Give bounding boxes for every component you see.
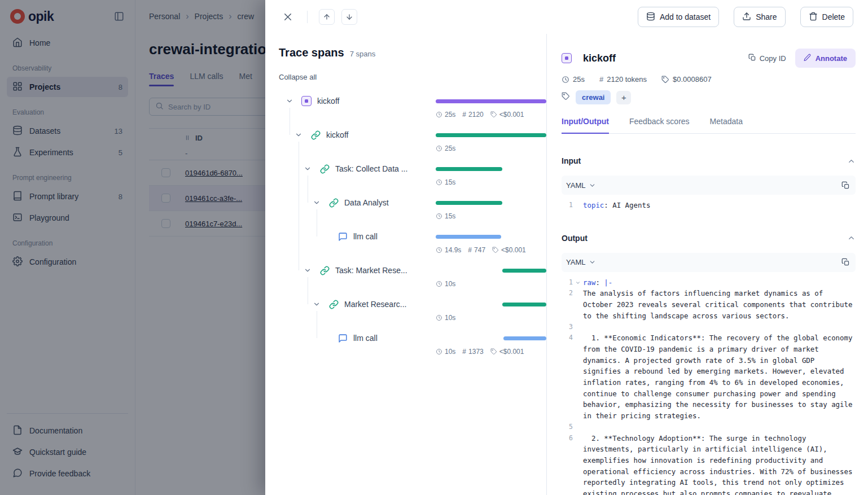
- tab-metadata[interactable]: Metadata: [710, 117, 743, 133]
- drawer-toolbar: Add to dataset Share Delete: [265, 0, 868, 34]
- code-line: 4 1. **Economic Indicators**: The recove…: [562, 332, 856, 422]
- add-to-dataset-button[interactable]: Add to dataset: [638, 7, 719, 27]
- clock-icon: [436, 281, 442, 287]
- input-format-bar: YAML: [562, 176, 856, 195]
- trace-drawer: Add to dataset Share Delete Trace spans …: [265, 0, 868, 495]
- button-label: Delete: [822, 12, 845, 21]
- copy-icon[interactable]: [841, 181, 850, 190]
- hash-icon: #: [599, 75, 603, 84]
- close-icon[interactable]: [280, 9, 296, 25]
- span-label: Data Analyst: [344, 198, 389, 207]
- hash-icon: #: [462, 348, 466, 356]
- tag-crewai[interactable]: crewai: [576, 90, 611, 104]
- hash-icon: #: [468, 246, 472, 254]
- add-tag-button[interactable]: +: [616, 91, 631, 104]
- span-label: Task: Market Rese...: [335, 266, 407, 275]
- duration-bar: [436, 235, 546, 239]
- span-stats: 10s: [436, 314, 455, 322]
- chevron-up-icon[interactable]: [847, 234, 856, 242]
- format-label: YAML: [566, 258, 585, 266]
- span-details-pane: kickoff Copy ID Annotate 25s #2120 token…: [546, 34, 868, 495]
- collapse-all-button[interactable]: Collapse all: [279, 73, 317, 81]
- span-stats: 14.9s #747 <$0.001: [436, 246, 526, 254]
- span-label: Task: Collect Data ...: [335, 164, 407, 173]
- trace-icon: [562, 53, 572, 63]
- clock-icon: [436, 348, 442, 355]
- annotate-button[interactable]: Annotate: [795, 49, 856, 68]
- span-stats: 15s: [436, 178, 455, 186]
- copy-id-button[interactable]: Copy ID: [748, 54, 786, 63]
- button-label: Annotate: [816, 54, 847, 63]
- chevron-up-icon[interactable]: [847, 157, 856, 165]
- span-row[interactable]: Task: Market Rese... 10s: [279, 262, 533, 296]
- output-section-header[interactable]: Output: [562, 234, 856, 243]
- span-stats: 10s #1373 <$0.001: [436, 348, 524, 356]
- clock-icon: [436, 145, 442, 152]
- chevron-down-icon[interactable]: [285, 97, 294, 106]
- share-icon: [742, 12, 751, 23]
- button-label: Share: [756, 12, 777, 21]
- chevron-down-icon[interactable]: [294, 130, 303, 139]
- copy-icon[interactable]: [841, 258, 850, 266]
- duration-bar: [436, 336, 546, 340]
- format-label: YAML: [566, 181, 585, 190]
- link-icon: [328, 299, 339, 309]
- chat-bubble-icon: [337, 333, 348, 343]
- share-button[interactable]: Share: [734, 7, 785, 27]
- span-row[interactable]: kickoff 25s: [279, 127, 533, 161]
- arrow-down-button[interactable]: [341, 9, 357, 25]
- duration-bar: [436, 167, 546, 171]
- span-tree: kickoff 25s #2120 <$0.001: [279, 93, 533, 364]
- span-row[interactable]: Market Researc... 10s: [279, 296, 533, 330]
- clock-icon: [436, 213, 442, 220]
- chevron-down-icon[interactable]: [303, 164, 312, 173]
- span-label: llm call: [353, 334, 378, 343]
- spans-count: 7 spans: [350, 50, 376, 58]
- format-select[interactable]: YAML: [566, 258, 596, 266]
- chevron-down-icon[interactable]: [312, 300, 321, 309]
- tab-feedback-scores[interactable]: Feedback scores: [629, 117, 690, 133]
- delete-button[interactable]: Delete: [800, 7, 853, 27]
- clock-icon: [436, 179, 442, 186]
- span-row[interactable]: llm call 14.9s #747 <$0.001: [279, 229, 533, 262]
- span-row[interactable]: Data Analyst 15s: [279, 195, 533, 229]
- clock-icon: [436, 314, 442, 321]
- format-select[interactable]: YAML: [566, 181, 596, 190]
- price-tag-icon: [490, 111, 497, 118]
- clock-icon: [562, 76, 569, 84]
- chevron-down-icon[interactable]: [312, 198, 321, 207]
- tag-icon: [562, 92, 570, 103]
- duration-bar: [436, 303, 546, 306]
- input-section-header[interactable]: Input: [562, 156, 856, 165]
- code-line: 2 The analysis of factors influencing ma…: [562, 288, 856, 321]
- trace-tags: crewai +: [562, 90, 856, 104]
- duration-bar: [436, 201, 546, 205]
- price-tag-icon: [661, 76, 669, 84]
- fold-icon[interactable]: [573, 277, 583, 288]
- details-tabs: Input/Output Feedback scores Metadata: [562, 117, 856, 134]
- button-label: Copy ID: [760, 54, 786, 63]
- trash-icon: [809, 12, 818, 23]
- spans-title: Trace spans: [279, 46, 344, 59]
- span-row[interactable]: Task: Collect Data ... 15s: [279, 161, 533, 195]
- output-heading: Output: [562, 234, 588, 243]
- hash-icon: #: [462, 111, 466, 119]
- chat-bubble-icon: [337, 231, 348, 242]
- span-stats: 25s: [436, 144, 455, 152]
- arrow-up-button[interactable]: [319, 9, 335, 25]
- pencil-icon: [804, 54, 811, 63]
- code-line: 3: [562, 322, 856, 333]
- tab-input-output[interactable]: Input/Output: [562, 117, 609, 134]
- trace-title: kickoff: [583, 52, 748, 64]
- duration-bar: [436, 269, 546, 273]
- link-icon: [319, 164, 330, 174]
- chevron-down-icon: [589, 182, 596, 189]
- trace-spans-pane: Trace spans 7 spans Collapse all: [265, 34, 546, 495]
- price-tag-icon: [490, 348, 497, 355]
- span-row[interactable]: llm call 10s #1373 <$0.001: [279, 330, 533, 364]
- span-row[interactable]: kickoff 25s #2120 <$0.001: [279, 93, 533, 127]
- chevron-down-icon[interactable]: [303, 266, 312, 275]
- code-line: 5: [562, 422, 856, 433]
- code-line: 1 topic: AI Agents: [562, 200, 856, 211]
- span-label: kickoff: [317, 97, 339, 106]
